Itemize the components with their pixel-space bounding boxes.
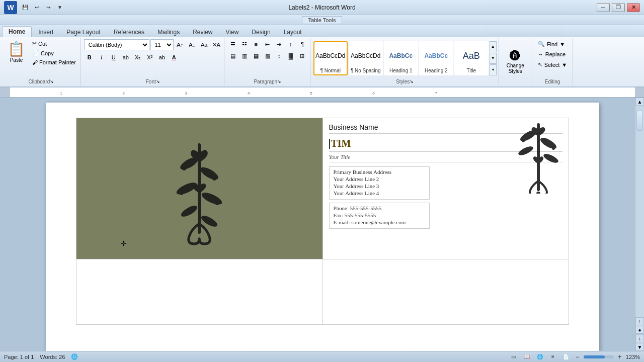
prev-page-button[interactable]: ↑ <box>635 317 644 325</box>
bullets-button[interactable]: ☰ <box>227 39 238 49</box>
address-block[interactable]: Primary Business Address Your Address Li… <box>329 166 430 200</box>
style-title[interactable]: AaB Title <box>454 41 489 75</box>
shrink-font-button[interactable]: A↓ <box>187 40 198 50</box>
multilevel-button[interactable]: ≡ <box>251 39 262 49</box>
business-card-table: Business Name TIM Your Title Primary Bus… <box>76 118 569 325</box>
change-case-button[interactable]: Aa <box>199 40 210 50</box>
svg-point-16 <box>212 176 216 180</box>
bold-button[interactable]: B <box>84 52 95 62</box>
cut-button[interactable]: ✂ Cut <box>30 39 78 48</box>
center-button[interactable]: ▥ <box>239 51 250 61</box>
replace-button[interactable]: ↔ Replace <box>534 50 569 59</box>
increase-indent-button[interactable]: ⇥ <box>274 39 285 49</box>
paste-button[interactable]: 📋 Paste <box>4 39 29 64</box>
font-color-button[interactable]: A <box>169 52 180 62</box>
full-reading-view-btn[interactable]: 📖 <box>521 352 532 361</box>
scroll-down-button[interactable]: ▼ <box>635 343 644 351</box>
undo-quick-btn[interactable]: ↩ <box>32 3 42 12</box>
contact-block[interactable]: Phone: 555-555-5555 Fax: 555-555-5555 E-… <box>329 203 430 229</box>
italic-button[interactable]: I <box>96 52 107 62</box>
paragraph-group-label-container: Paragraph ↘ <box>227 77 308 84</box>
styles-expand-icon[interactable]: ↘ <box>410 79 414 84</box>
decrease-indent-button[interactable]: ⇤ <box>262 39 273 49</box>
minimize-button[interactable]: ─ <box>597 3 610 12</box>
align-left-button[interactable]: ▤ <box>227 51 238 61</box>
next-page-button[interactable]: ↓ <box>635 334 644 342</box>
styles-scroll-up[interactable]: ▲ <box>490 41 497 52</box>
style-heading2[interactable]: AaBbCc Heading 2 <box>419 41 453 75</box>
styles-scroll-down[interactable]: ▼ <box>490 53 497 64</box>
tab-review[interactable]: Review <box>186 27 219 37</box>
tab-references[interactable]: References <box>107 27 151 37</box>
find-dropdown-icon[interactable]: ▼ <box>559 41 565 47</box>
tab-design[interactable]: Design <box>245 27 277 37</box>
tab-view[interactable]: View <box>219 27 246 37</box>
copy-button[interactable]: 📄 Copy <box>30 49 78 57</box>
underline-button[interactable]: U <box>108 52 119 62</box>
numbering-button[interactable]: ☷ <box>239 39 250 49</box>
clipboard-expand-icon[interactable]: ↘ <box>50 79 54 84</box>
style-no-spacing[interactable]: AaBbCcDd ¶ No Spacing <box>349 41 383 75</box>
restore-button[interactable]: ❐ <box>612 3 625 12</box>
align-right-button[interactable]: ▦ <box>251 51 262 61</box>
svg-point-17 <box>180 192 183 195</box>
select-browse-button[interactable]: ● <box>635 326 644 334</box>
scroll-track[interactable] <box>635 106 644 317</box>
line-spacing-button[interactable]: ↕ <box>274 51 285 61</box>
find-button[interactable]: 🔍 Find ▼ <box>534 39 569 49</box>
zoom-in-button[interactable]: + <box>616 353 624 361</box>
print-layout-view-btn[interactable]: ▭ <box>508 352 519 361</box>
clear-format-button[interactable]: ✕A <box>211 40 222 50</box>
draft-view-btn[interactable]: 📄 <box>560 352 572 361</box>
save-quick-btn[interactable]: 💾 <box>20 3 30 12</box>
borders-button[interactable]: ⊞ <box>297 51 308 61</box>
styles-scroll-more[interactable]: ▾ <box>490 64 497 75</box>
sort-button[interactable]: ↕ <box>285 39 296 49</box>
table-move-cursor[interactable]: ✛ <box>120 240 127 247</box>
paragraph-expand-icon[interactable]: ↘ <box>277 79 281 84</box>
change-styles-button[interactable]: 🅐 ChangeStyles <box>502 47 529 76</box>
replace-label: Replace <box>545 51 566 57</box>
font-name-select[interactable]: Calibri (Body) <box>84 39 149 50</box>
style-heading2-preview: AaBbCc <box>424 44 448 68</box>
select-button[interactable]: ↖ Select ▼ <box>534 60 571 69</box>
font-expand-icon[interactable]: ↘ <box>156 79 160 84</box>
grow-font-button[interactable]: A↑ <box>175 40 186 50</box>
shading-button[interactable]: ▓ <box>285 51 296 61</box>
title-bar: W 💾 ↩ ↪ ▼ Labels2 - Microsoft Word ─ ❐ ✕ <box>0 0 644 15</box>
paragraph-group: ☰ ☷ ≡ ⇤ ⇥ ↕ ¶ ▤ ▥ ▦ ▧ ↕ ▓ ⊞ Paragraph ↘ <box>225 38 310 85</box>
style-heading1-preview: AaBbCc <box>389 44 413 68</box>
zoom-level: 123% <box>626 354 640 360</box>
font-size-select[interactable]: 11 <box>150 39 174 50</box>
outline-view-btn[interactable]: ≡ <box>547 352 558 361</box>
format-painter-button[interactable]: 🖌 Format Painter <box>30 58 78 66</box>
zoom-out-button[interactable]: − <box>574 353 582 361</box>
style-normal[interactable]: AaBbCcDd ¶ Normal <box>313 41 348 75</box>
redo-quick-btn[interactable]: ↪ <box>43 3 53 12</box>
tab-page-layout[interactable]: Page Layout <box>60 27 107 37</box>
person-name-text: TIM <box>331 138 351 149</box>
tab-layout[interactable]: Layout <box>277 27 308 37</box>
tab-home[interactable]: Home <box>2 26 32 37</box>
svg-text:4: 4 <box>248 91 250 96</box>
strikethrough-button[interactable]: ab <box>120 52 131 62</box>
quick-access-dropdown[interactable]: ▼ <box>55 3 65 12</box>
tab-mailings[interactable]: Mailings <box>151 27 186 37</box>
scroll-thumb[interactable] <box>636 111 643 131</box>
select-dropdown-icon[interactable]: ▼ <box>561 62 567 68</box>
show-hide-button[interactable]: ¶ <box>297 39 308 49</box>
clipboard-small-btns: ✂ Cut 📄 Copy 🖌 Format Painter <box>30 39 78 66</box>
justify-button[interactable]: ▧ <box>262 51 273 61</box>
style-heading1[interactable]: AaBbCc Heading 1 <box>384 41 418 75</box>
close-button[interactable]: ✕ <box>627 3 640 12</box>
card-content-cell[interactable]: Business Name TIM Your Title Primary Bus… <box>323 118 569 259</box>
subscript-button[interactable]: X₂ <box>132 52 143 62</box>
highlight-button[interactable]: ab <box>156 52 168 62</box>
font-group-label: Font <box>146 78 156 84</box>
tab-insert[interactable]: Insert <box>32 27 60 37</box>
web-layout-view-btn[interactable]: 🌐 <box>534 352 545 361</box>
styles-group-label: Styles <box>396 78 410 84</box>
superscript-button[interactable]: X² <box>144 52 155 62</box>
zoom-track[interactable] <box>584 355 614 358</box>
scroll-up-button[interactable]: ▲ <box>635 98 644 106</box>
